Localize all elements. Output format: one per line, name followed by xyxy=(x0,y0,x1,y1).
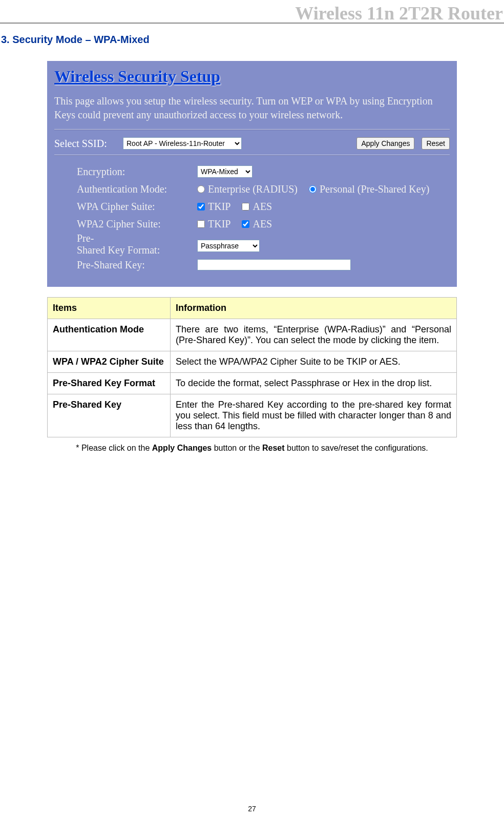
section-title: 3. Security Mode – WPA-Mixed xyxy=(1,34,504,46)
table-cell-info: Select the WPA/WPA2 Cipher Suite to be T… xyxy=(171,351,457,373)
auth-personal-label: Personal (Pre-Shared Key) xyxy=(320,183,429,195)
info-table: Items Information Authentication Mode Th… xyxy=(47,297,457,437)
wpa2-aes-label: AES xyxy=(253,218,272,230)
auth-mode-label: Authentication Mode: xyxy=(77,183,197,195)
select-ssid-row: Select SSID: Root AP - Wireless-11n-Rout… xyxy=(54,137,450,150)
psk-format-row: Pre- Shared Key Format: Passphrase xyxy=(77,233,450,256)
wpa2-cipher-row: WPA2 Cipher Suite: TKIP AES xyxy=(77,215,450,233)
panel-title: Wireless Security Setup xyxy=(54,67,450,86)
auth-enterprise-radio[interactable] xyxy=(197,185,205,193)
page-number: 27 xyxy=(0,805,504,813)
divider xyxy=(54,155,450,156)
wpa2-aes-checkbox[interactable] xyxy=(242,220,249,228)
psk-label: Pre-Shared Key: xyxy=(77,259,197,271)
divider xyxy=(54,129,450,130)
encryption-select[interactable]: WPA-Mixed xyxy=(197,165,253,178)
psk-row: Pre-Shared Key: xyxy=(77,256,450,274)
footnote: * Please click on the Apply Changes butt… xyxy=(47,444,457,453)
table-cell-item: WPA / WPA2 Cipher Suite xyxy=(48,351,171,373)
auth-enterprise-label: Enterprise (RADIUS) xyxy=(208,183,298,195)
auth-personal-radio[interactable] xyxy=(309,185,317,193)
table-cell-item: Pre-Shared Key Format xyxy=(48,373,171,394)
table-row: WPA / WPA2 Cipher Suite Select the WPA/W… xyxy=(48,351,457,373)
table-row: Pre-Shared Key Enter the Pre-shared Key … xyxy=(48,394,457,437)
table-header-items: Items xyxy=(48,298,171,319)
document-header: Wireless 11n 2T2R Router xyxy=(0,0,504,24)
wpa-aes-label: AES xyxy=(253,201,272,213)
table-cell-info: There are two items, “Enterprise (WPA-Ra… xyxy=(171,319,457,351)
psk-format-select[interactable]: Passphrase xyxy=(197,240,260,252)
panel-description: This page allows you setup the wireless … xyxy=(54,94,450,122)
wpa2-cipher-label: WPA2 Cipher Suite: xyxy=(77,218,197,230)
table-cell-info: Enter the Pre-shared Key according to th… xyxy=(171,394,457,437)
document-title: Wireless 11n 2T2R Router xyxy=(295,3,503,24)
table-cell-item: Pre-Shared Key xyxy=(48,394,171,437)
ssid-select[interactable]: Root AP - Wireless-11n-Router xyxy=(123,137,242,150)
encryption-label: Encryption: xyxy=(77,166,197,178)
wpa-tkip-label: TKIP xyxy=(208,201,230,213)
wpa-tkip-checkbox[interactable] xyxy=(197,203,205,211)
select-ssid-label: Select SSID: xyxy=(54,138,116,150)
psk-format-label: Pre- Shared Key Format: xyxy=(77,233,197,256)
wpa-cipher-label: WPA Cipher Suite: xyxy=(77,201,197,213)
wireless-security-panel: Wireless Security Setup This page allows… xyxy=(47,61,457,287)
wpa-cipher-row: WPA Cipher Suite: TKIP AES xyxy=(77,198,450,215)
reset-button[interactable]: Reset xyxy=(422,137,450,150)
psk-input[interactable] xyxy=(197,259,351,270)
wpa2-tkip-label: TKIP xyxy=(208,218,230,230)
auth-mode-row: Authentication Mode: Enterprise (RADIUS)… xyxy=(77,180,450,198)
wpa2-tkip-checkbox[interactable] xyxy=(197,220,205,228)
encryption-row: Encryption: WPA-Mixed xyxy=(77,163,450,180)
table-cell-item: Authentication Mode xyxy=(48,319,171,351)
table-row: Authentication Mode There are two items,… xyxy=(48,319,457,351)
table-cell-info: To decide the format, select Passphrase … xyxy=(171,373,457,394)
apply-changes-button[interactable]: Apply Changes xyxy=(356,137,414,150)
wpa-aes-checkbox[interactable] xyxy=(242,203,249,211)
table-row: Pre-Shared Key Format To decide the form… xyxy=(48,373,457,394)
table-header-information: Information xyxy=(171,298,457,319)
